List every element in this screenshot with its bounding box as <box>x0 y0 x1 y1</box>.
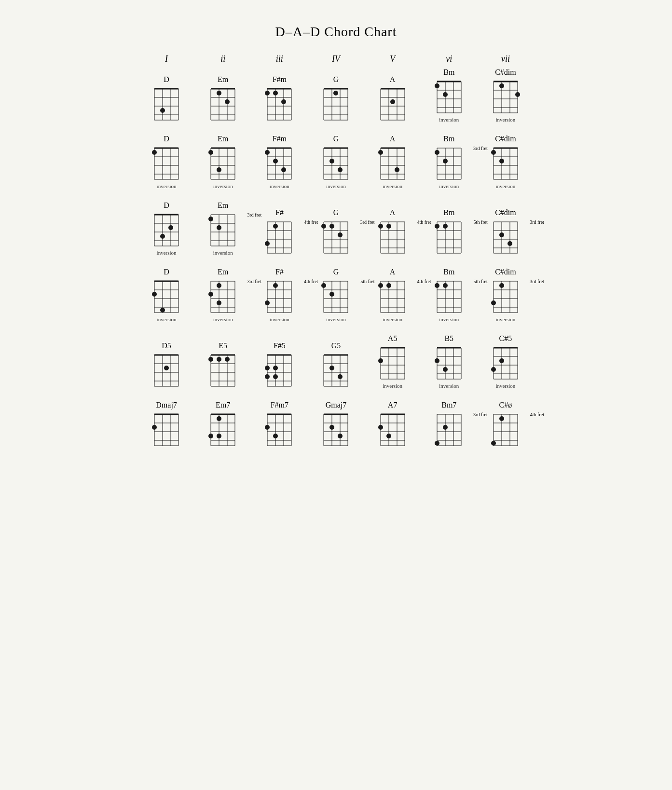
roman-ii: ii <box>196 54 249 64</box>
svg-point-32 <box>281 99 286 104</box>
svg-point-84 <box>152 150 157 155</box>
svg-point-239 <box>152 292 157 297</box>
chord-Bm-r3: Bm 5th fret <box>423 208 476 256</box>
chord-D-r1: D <box>140 75 193 123</box>
chord-Em7: Em7 <box>196 401 249 448</box>
svg-point-440 <box>386 434 391 438</box>
svg-point-194 <box>321 224 326 229</box>
chord-Gmaj7: Gmaj7 <box>309 401 362 448</box>
svg-point-273 <box>321 283 326 288</box>
chord-G-r3: G 3rd fret <box>309 208 362 256</box>
svg-point-118 <box>338 167 343 172</box>
svg-point-352 <box>329 366 334 370</box>
svg-point-317 <box>164 366 169 370</box>
svg-point-405 <box>217 416 221 421</box>
svg-point-395 <box>152 425 157 430</box>
svg-point-20 <box>225 99 230 104</box>
chord-Fshm-r2: F#m inversion <box>253 135 306 189</box>
chord-G5: G5 <box>309 341 362 389</box>
chord-Em-r1: Em <box>196 75 249 123</box>
svg-point-74 <box>515 92 520 97</box>
chord-E5: E5 <box>196 341 249 389</box>
svg-point-462 <box>491 441 496 446</box>
svg-point-353 <box>338 374 343 379</box>
chord-Bm-r1: Bm inversion <box>423 68 476 123</box>
chord-D5: D5 <box>140 341 193 389</box>
svg-point-9 <box>160 108 165 113</box>
svg-point-217 <box>435 224 439 229</box>
roman-I: I <box>140 54 193 64</box>
svg-point-307 <box>491 300 496 305</box>
svg-point-63 <box>443 92 448 97</box>
svg-point-341 <box>265 374 270 379</box>
svg-point-295 <box>435 283 439 288</box>
svg-point-374 <box>443 367 448 372</box>
chord-Cshdim-r1: C#dim inversion <box>479 68 532 123</box>
chord-A-r3: A 4th fret <box>366 208 419 256</box>
chord-A-r1: A <box>366 75 419 123</box>
svg-point-19 <box>217 91 221 95</box>
chord-row-1: D Em <box>138 68 534 123</box>
svg-point-240 <box>160 308 165 313</box>
roman-vii: vii <box>479 54 532 64</box>
svg-point-107 <box>281 167 286 172</box>
chord-A-r2: A inversion <box>366 135 419 189</box>
chord-D-r4: D inversion <box>140 268 193 322</box>
chord-row-4: D inversion Em <box>138 268 534 322</box>
svg-point-428 <box>329 425 334 430</box>
svg-point-105 <box>265 150 270 155</box>
roman-V: V <box>366 54 419 64</box>
page-title: D–A–D Chord Chart <box>138 24 534 40</box>
svg-point-150 <box>491 150 496 155</box>
chord-Cshdim-r2: C#dim inversion <box>479 135 532 189</box>
svg-point-151 <box>499 159 504 163</box>
chord-D-r3: D inversion <box>140 201 193 256</box>
svg-point-128 <box>378 150 383 155</box>
svg-point-285 <box>386 283 391 288</box>
chord-G-r2: G inversion <box>309 135 362 189</box>
svg-point-363 <box>378 358 383 363</box>
chord-row-5: D5 E5 <box>138 334 534 389</box>
svg-point-73 <box>499 83 504 88</box>
svg-point-284 <box>378 283 383 288</box>
chord-Em-r4: Em 3rd fret inversion <box>196 268 249 322</box>
svg-point-117 <box>329 159 334 163</box>
svg-point-250 <box>217 283 221 288</box>
svg-point-385 <box>491 367 496 372</box>
page: D–A–D Chord Chart I ii iii IV V vi vii D <box>119 10 553 475</box>
svg-point-429 <box>338 434 343 438</box>
chord-Bm-r2: Bm 3rd fret inversion <box>423 135 476 189</box>
chord-Em-r2: Em inversion <box>196 135 249 189</box>
svg-point-406 <box>208 434 213 438</box>
svg-point-262 <box>273 283 278 288</box>
svg-point-451 <box>435 441 439 446</box>
svg-point-274 <box>329 292 334 297</box>
svg-point-206 <box>378 224 383 229</box>
svg-point-161 <box>168 225 173 230</box>
chord-G-r1: G <box>309 75 362 123</box>
svg-point-196 <box>338 232 343 237</box>
chord-A5: A5 inversion <box>366 334 419 389</box>
roman-iii: iii <box>253 54 306 64</box>
svg-point-129 <box>395 167 399 172</box>
svg-point-173 <box>217 225 221 230</box>
svg-point-450 <box>443 425 448 430</box>
chord-Csh5: C#5 inversion <box>479 334 532 389</box>
chord-Fshm7: F#m7 <box>253 401 306 448</box>
svg-point-62 <box>435 83 439 88</box>
chord-A7: A7 <box>366 401 419 448</box>
chord-row-2: D inversion Em <box>138 135 534 189</box>
svg-point-384 <box>499 358 504 363</box>
svg-point-327 <box>208 357 213 362</box>
svg-point-439 <box>378 425 383 430</box>
chord-row-3: D inversion Em <box>138 201 534 256</box>
svg-point-162 <box>160 234 165 239</box>
chord-A-r4: A 4th fret inversion <box>366 268 419 322</box>
chord-G-r4: G 5th fret inversion <box>309 268 362 322</box>
svg-point-31 <box>273 91 278 95</box>
chord-Dmaj7: Dmaj7 <box>140 401 193 448</box>
svg-point-418 <box>273 434 278 438</box>
chord-D-r2: D inversion <box>140 135 193 189</box>
chord-Em-r3: Em 3rd fret inversion <box>196 201 249 256</box>
svg-point-329 <box>225 357 230 362</box>
